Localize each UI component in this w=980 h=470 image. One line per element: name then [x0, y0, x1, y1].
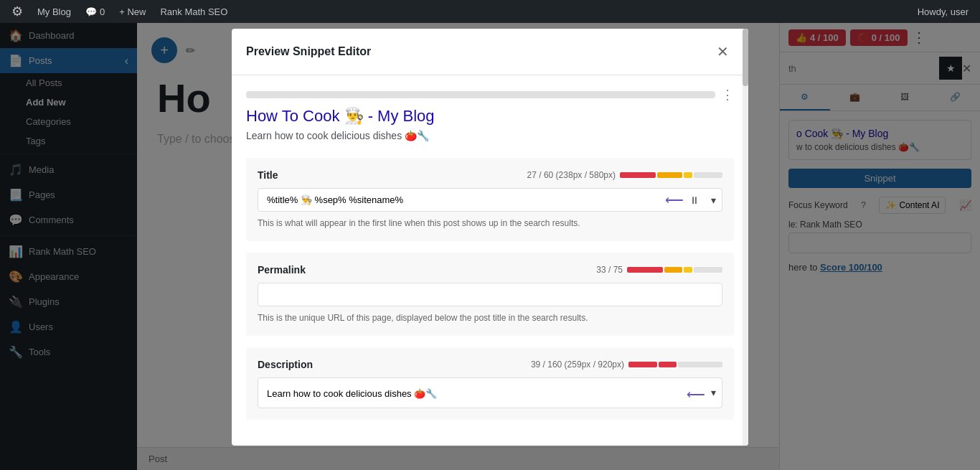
preview-snippet-editor-modal: Preview Snippet Editor ✕ ⋮ How To Cook 👨… [232, 29, 748, 446]
title-input-row: ⟵ ⏸ ▾ [258, 188, 722, 212]
title-input[interactable] [258, 189, 659, 211]
modal-scrollbar-thumb[interactable] [743, 29, 748, 86]
modal-overlay[interactable]: Preview Snippet Editor ✕ ⋮ How To Cook 👨… [0, 0, 980, 470]
snippet-preview-section: ⋮ How To Cook 👨‍🍳 - My Blog Learn how to… [232, 75, 748, 144]
snippet-url-row: ⋮ [246, 87, 734, 103]
permalink-form-row: Permalink 33 / 75 [258, 264, 722, 276]
description-form-section: Description 39 / 160 (259px / 920px) [246, 347, 734, 420]
description-form-row: Description 39 / 160 (259px / 920px) [258, 359, 722, 370]
new-content-link[interactable]: + New [113, 0, 151, 23]
permalink-progress-bar [627, 267, 722, 273]
snippet-title-preview[interactable]: How To Cook 👨‍🍳 - My Blog [246, 107, 734, 126]
title-progress-2 [657, 172, 682, 178]
modal-scroll-area[interactable]: ⋮ How To Cook 👨‍🍳 - My Blog Learn how to… [232, 75, 748, 446]
description-progress-3 [678, 362, 722, 367]
permalink-form-section: Permalink 33 / 75 [246, 253, 734, 336]
permalink-count: 33 / 75 [596, 265, 623, 275]
title-progress-bar [620, 172, 722, 178]
description-count: 39 / 160 (259px / 920px) [531, 359, 624, 370]
title-bars-icon[interactable]: ⏸ [684, 194, 705, 206]
title-dropdown-icon[interactable]: ▾ [705, 194, 722, 206]
permalink-input-row [258, 283, 722, 306]
permalink-progress-1 [627, 267, 663, 273]
permalink-progress-4 [694, 267, 722, 273]
title-label: Title [258, 169, 278, 181]
wp-logo[interactable]: ⚙ [6, 0, 29, 23]
title-meta: 27 / 60 (238px / 580px) [527, 170, 722, 180]
comments-icon: 💬 [85, 6, 97, 17]
title-form-section: Title 27 / 60 (238px / 580px) [246, 158, 734, 241]
title-count: 27 / 60 (238px / 580px) [527, 170, 616, 180]
title-progress-4 [694, 172, 722, 178]
comments-link[interactable]: 💬 0 [80, 0, 110, 23]
description-progress-bar [628, 362, 722, 367]
description-progress-1 [628, 362, 657, 367]
modal-body: Title 27 / 60 (238px / 580px) [232, 144, 748, 446]
description-label: Description [258, 359, 313, 370]
modal-scrollbar-track [743, 29, 748, 446]
howdy-text: Howdy, user [912, 6, 974, 17]
description-arrow-indicator: ⟵ [687, 381, 705, 403]
description-input[interactable] [258, 381, 681, 405]
snippet-desc-preview: Learn how to cook delicious dishes 🍅🔧 [246, 128, 734, 144]
description-input-row: ⟵ ▾ [258, 377, 722, 408]
permalink-progress-2 [664, 267, 682, 273]
description-progress-2 [659, 362, 677, 367]
admin-bar: ⚙ My Blog 💬 0 + New Rank Math SEO Howdy,… [0, 0, 980, 23]
title-arrow-indicator: ⟵ [665, 192, 684, 208]
rankmath-bar-link[interactable]: Rank Math SEO [154, 0, 233, 23]
description-meta: 39 / 160 (259px / 920px) [531, 359, 722, 370]
title-progress-3 [684, 172, 692, 178]
permalink-input[interactable] [258, 283, 722, 306]
description-dropdown-icon[interactable]: ▾ [705, 381, 722, 398]
permalink-meta: 33 / 75 [596, 265, 722, 275]
modal-close-button[interactable]: ✕ [711, 40, 734, 63]
snippet-url-bar [246, 91, 715, 98]
permalink-hint: This is the unique URL of this page, dis… [258, 312, 722, 324]
snippet-menu-dots[interactable]: ⋮ [721, 87, 734, 103]
permalink-progress-3 [684, 267, 692, 273]
title-hint: This is what will appear in the first li… [258, 217, 722, 230]
permalink-label: Permalink [258, 264, 306, 276]
modal-title: Preview Snippet Editor [246, 45, 371, 58]
title-progress-1 [620, 172, 656, 178]
modal-header: Preview Snippet Editor ✕ [232, 29, 748, 75]
title-form-row: Title 27 / 60 (238px / 580px) [258, 169, 722, 181]
site-name-link[interactable]: My Blog [32, 0, 77, 23]
